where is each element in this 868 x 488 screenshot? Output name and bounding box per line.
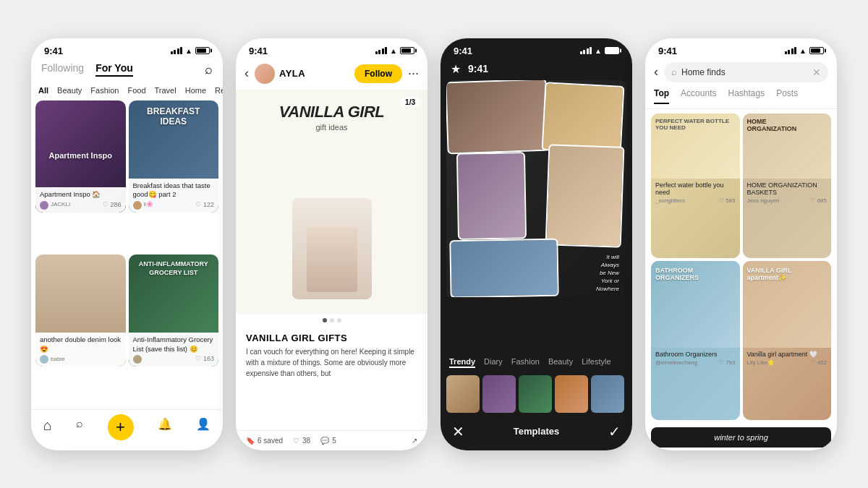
like-count: 38 bbox=[302, 437, 310, 445]
result-card-4[interactable]: VANILLA GIRLapartment✨ Vanilla girl apar… bbox=[743, 261, 832, 420]
status-icons-4: ▲ bbox=[785, 47, 824, 55]
result-meta-3: @emelinechang ♡ 793 bbox=[655, 359, 736, 366]
collage-area: It willAlwaysbe NewYork orNowhere bbox=[446, 80, 626, 353]
card-user-1: JACKLI bbox=[40, 201, 70, 210]
search-back-button[interactable]: ‹ bbox=[654, 64, 658, 80]
thumb-4[interactable] bbox=[555, 375, 588, 413]
wifi-icon-3: ▲ bbox=[595, 47, 602, 55]
clear-search-icon[interactable]: ✕ bbox=[812, 67, 821, 78]
likes-1: ♡ 286 bbox=[103, 201, 122, 210]
search-button[interactable]: ⌕ bbox=[205, 62, 213, 77]
close-button[interactable]: ✕ bbox=[452, 423, 464, 440]
tab-hashtags[interactable]: Hashtags bbox=[728, 88, 765, 104]
cat-beauty[interactable]: Beauty bbox=[57, 86, 82, 95]
card-meta-3: babie bbox=[40, 355, 122, 364]
template-thumbnails bbox=[441, 372, 632, 417]
result-overlay-2: HOMEORGANIZATION bbox=[747, 118, 832, 134]
cat-diary[interactable]: Diary bbox=[484, 357, 503, 368]
status-bar-1: 9:41 ▲ bbox=[31, 38, 223, 59]
collage-photo-2 bbox=[542, 82, 625, 155]
cat-all[interactable]: All bbox=[38, 86, 48, 95]
thumb-5[interactable] bbox=[591, 375, 624, 413]
collage-bottom-bar: ✕ Templates ✓ bbox=[441, 417, 632, 450]
share-action[interactable]: ↗ bbox=[412, 437, 417, 445]
result-title-2: HOME ORGANIZATION BASKETS bbox=[747, 181, 827, 196]
cat-lifestyle[interactable]: Lifestyle bbox=[582, 357, 610, 368]
tab-for-you[interactable]: For You bbox=[95, 62, 133, 77]
search-tabs: Top Accounts Hashtags Posts bbox=[645, 88, 837, 109]
dot-2 bbox=[330, 318, 334, 322]
result-body-2: HOME ORGANIZATION BASKETS Jess nguyen ♡ … bbox=[743, 179, 832, 207]
follow-button[interactable]: Follow bbox=[354, 64, 402, 83]
thumb-1[interactable] bbox=[446, 375, 480, 413]
search-bar[interactable]: ⌕ Home finds ✕ bbox=[664, 62, 828, 82]
vanilla-image-content: VANILLA GIRL gift ideas bbox=[236, 90, 427, 314]
add-button[interactable]: + bbox=[108, 414, 134, 440]
collage-categories: Trendy Diary Fashion Beauty Lifestyle bbox=[441, 353, 632, 372]
card-title-2: Breakfast ideas that taste good😋 part 2 bbox=[133, 181, 215, 200]
tab-posts[interactable]: Posts bbox=[776, 88, 798, 104]
card-meta-4: ♡ 163 bbox=[133, 355, 215, 364]
detail-image: VANILLA GIRL gift ideas 1/3 bbox=[236, 90, 427, 314]
thumb-3[interactable] bbox=[519, 375, 552, 413]
comment-action[interactable]: 💬 5 bbox=[320, 437, 336, 445]
dot-1 bbox=[323, 318, 327, 322]
cat-travel[interactable]: Travel bbox=[155, 86, 176, 95]
cat-recipes[interactable]: Recipes bbox=[215, 86, 223, 95]
result-body-4: Vanilla girl apartment 🤍 Lily Like⭐ ♡ 45… bbox=[743, 348, 832, 369]
feed-card-1[interactable]: Apartment Inspo Apartment Inspo 🏠 JACKLI… bbox=[35, 100, 126, 213]
result-card-1[interactable]: PERFECT WATER BOTTLEYOU NEED Perfect wat… bbox=[651, 114, 740, 258]
card-title-3: another double denim look 😍 bbox=[40, 335, 122, 354]
profile-nav-icon[interactable]: 👤 bbox=[196, 417, 210, 440]
bottom-nav: ⌂ ⌕ + 🔔 👤 bbox=[31, 409, 223, 450]
time-3: 9:41 bbox=[454, 46, 472, 56]
cat-trendy[interactable]: Trendy bbox=[449, 357, 475, 368]
feed-card-4[interactable]: ANTI-INFLAMMATORYGROCERY LIST Anti-Infla… bbox=[129, 254, 219, 367]
comment-icon: 💬 bbox=[320, 437, 329, 445]
profile-name: AYLA bbox=[279, 68, 305, 79]
search-nav-icon[interactable]: ⌕ bbox=[76, 417, 83, 440]
like-action[interactable]: ♡ 38 bbox=[293, 437, 310, 445]
thumb-2[interactable] bbox=[482, 375, 516, 413]
result-overlay-4: VANILLA GIRLapartment✨ bbox=[747, 267, 832, 283]
cat-beauty-3[interactable]: Beauty bbox=[548, 357, 573, 368]
feed-card-2[interactable]: BREAKFAST IDEAS Breakfast ideas that tas… bbox=[129, 100, 219, 213]
back-button[interactable]: ‹ bbox=[244, 66, 249, 81]
result-card-2[interactable]: HOMEORGANIZATION HOME ORGANIZATION BASKE… bbox=[743, 114, 832, 258]
notifications-nav-icon[interactable]: 🔔 bbox=[158, 417, 172, 440]
battery-icon-2 bbox=[400, 47, 414, 54]
cat-food[interactable]: Food bbox=[127, 86, 145, 95]
search-results-grid: PERFECT WATER BOTTLEYOU NEED Perfect wat… bbox=[645, 109, 837, 424]
content-body: I can vouch for everything on here! Keep… bbox=[246, 346, 417, 379]
result-title-1: Perfect water bottle you need bbox=[655, 181, 736, 196]
tab-accounts[interactable]: Accounts bbox=[681, 88, 716, 104]
nav-tabs: Following For You bbox=[41, 62, 133, 77]
likes-2: ♡ 122 bbox=[195, 201, 214, 210]
bookmark-icon: 🔖 bbox=[246, 437, 255, 445]
cat-home[interactable]: Home bbox=[185, 86, 206, 95]
tab-top[interactable]: Top bbox=[654, 88, 669, 104]
cat-fashion[interactable]: Fashion bbox=[90, 86, 119, 95]
save-action[interactable]: 🔖 6 saved bbox=[246, 437, 283, 445]
cat-fashion-3[interactable]: Fashion bbox=[511, 357, 540, 368]
result-card-3[interactable]: BATHROOMORGANIZERS Bathroom Organizers @… bbox=[651, 261, 740, 420]
detail-header: ‹ AYLA Follow ··· bbox=[236, 59, 427, 90]
status-bar-4: 9:41 ▲ bbox=[645, 38, 837, 59]
home-nav-icon[interactable]: ⌂ bbox=[43, 417, 52, 440]
more-options-button[interactable]: ··· bbox=[408, 66, 419, 81]
vanilla-subtitle: gift ideas bbox=[279, 123, 385, 132]
confirm-button[interactable]: ✓ bbox=[608, 423, 621, 440]
result-body-1: Perfect water bottle you need _sunglitte… bbox=[651, 179, 740, 207]
search-input-text[interactable]: Home finds bbox=[681, 67, 808, 77]
detail-actions: 🔖 6 saved ♡ 38 💬 5 ↗ bbox=[236, 430, 427, 450]
feed-card-3[interactable]: another double denim look 😍 babie bbox=[35, 254, 126, 367]
templates-label[interactable]: Templates bbox=[514, 426, 559, 437]
winter-spring-bar[interactable]: winter to spring bbox=[651, 427, 831, 448]
wifi-icon-2: ▲ bbox=[390, 47, 397, 55]
detail-content: VANILLA GIRL GIFTS I can vouch for every… bbox=[236, 327, 427, 430]
result-body-3: Bathroom Organizers @emelinechang ♡ 793 bbox=[651, 348, 740, 369]
status-bar-3: 9:41 ▲ bbox=[441, 38, 632, 59]
result-overlay-1: PERFECT WATER BOTTLEYOU NEED bbox=[655, 118, 740, 132]
tab-following[interactable]: Following bbox=[41, 62, 84, 77]
time-1: 9:41 bbox=[44, 46, 63, 56]
